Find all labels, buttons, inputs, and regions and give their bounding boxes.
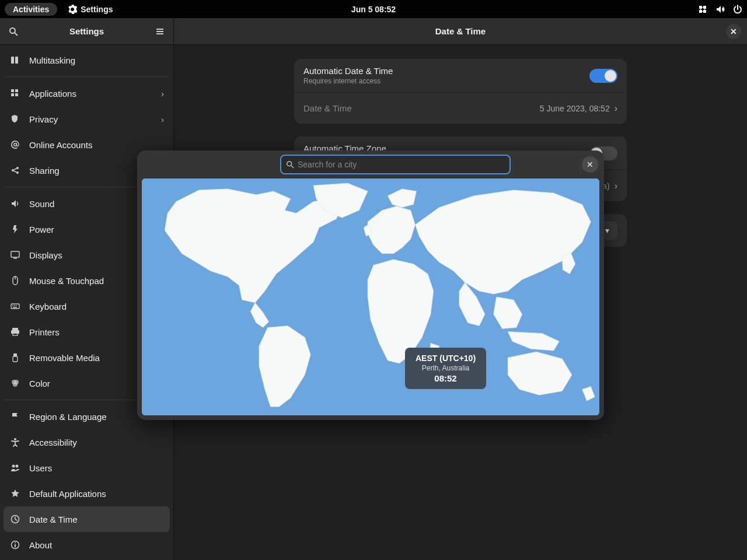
svg-rect-24 (13, 307, 17, 308)
sound-icon (9, 199, 21, 208)
svg-rect-23 (16, 305, 17, 306)
svg-line-14 (14, 169, 17, 170)
topbar-tray[interactable] (698, 5, 742, 14)
sidebar-item-date-time[interactable]: Date & Time (4, 506, 170, 532)
at-icon (9, 140, 21, 149)
svg-rect-9 (11, 93, 14, 96)
topbar: Activities Settings Jun 5 08:52 (0, 0, 747, 18)
chevron-down-icon: ▾ (605, 226, 609, 235)
svg-point-40 (287, 162, 292, 166)
sidebar-item-label: Power (29, 225, 54, 235)
sidebar-item-label: Color (29, 379, 50, 388)
svg-rect-6 (15, 57, 18, 64)
display-icon (9, 250, 21, 260)
city-search-field[interactable] (280, 155, 511, 174)
svg-rect-8 (15, 89, 18, 92)
privacy-icon (9, 114, 21, 124)
activities-button[interactable]: Activities (5, 3, 57, 16)
sidebar-item-label: Default Applications (29, 489, 106, 499)
city-search-input[interactable] (298, 160, 505, 169)
topbar-app-label: Settings (81, 5, 113, 14)
sidebar-item-label: Online Accounts (29, 140, 92, 150)
datetime-row[interactable]: Date & Time 5 June 2023, 08:52 › (294, 92, 627, 124)
gear-icon (68, 5, 77, 14)
sidebar-item-multitasking[interactable]: Multitasking (4, 47, 170, 73)
svg-point-39 (15, 542, 16, 544)
sidebar-item-label: About (29, 540, 52, 550)
apps-icon (9, 89, 21, 98)
window-close-button[interactable]: ✕ (726, 24, 741, 39)
svg-line-41 (291, 166, 294, 168)
info-icon (9, 540, 21, 550)
sidebar-item-applications[interactable]: Applications› (4, 80, 170, 106)
timezone-tooltip: AEST (UTC+10) Perth, Australia 08:52 (405, 348, 486, 389)
volume-icon (715, 5, 725, 14)
sidebar-item-label: Mouse & Touchpad (29, 276, 104, 286)
svg-point-35 (16, 465, 19, 468)
timezone-tooltip-time: 08:52 (416, 373, 476, 383)
svg-point-32 (13, 382, 18, 387)
content-header: Date & Time ✕ (174, 18, 747, 45)
svg-rect-21 (12, 305, 13, 306)
timezone-tooltip-location: Perth, Australia (416, 364, 476, 372)
svg-rect-25 (12, 328, 18, 330)
sidebar-item-default-apps[interactable]: Default Applications (4, 481, 170, 506)
timezone-popup-header: ✕ (137, 150, 604, 178)
sidebar-item-label: Printers (29, 327, 60, 337)
usb-icon (9, 353, 21, 362)
multitasking-icon (9, 55, 21, 65)
chevron-right-icon: › (615, 181, 617, 191)
sidebar-item-accessibility[interactable]: Accessibility (4, 429, 170, 455)
clock-icon (9, 514, 21, 524)
chevron-right-icon: › (615, 103, 617, 114)
svg-line-15 (14, 171, 17, 172)
sidebar-item-about[interactable]: About (4, 532, 170, 558)
sidebar-item-label: Keyboard (29, 302, 67, 312)
auto-datetime-row: Automatic Date & Time Requires internet … (294, 59, 627, 92)
datetime-label: Date & Time (303, 103, 540, 113)
sidebar-item-privacy[interactable]: Privacy› (4, 106, 170, 132)
svg-rect-7 (11, 89, 14, 92)
auto-datetime-label: Automatic Date & Time (303, 66, 589, 76)
page-title: Date & Time (435, 26, 486, 36)
topbar-clock[interactable]: Jun 5 08:52 (351, 5, 396, 14)
auto-datetime-sub: Requires internet access (303, 77, 589, 85)
svg-rect-2 (156, 29, 163, 30)
svg-line-1 (15, 33, 18, 36)
svg-rect-4 (156, 33, 163, 34)
svg-rect-16 (11, 251, 19, 257)
sidebar-item-users[interactable]: Users (4, 455, 170, 481)
sidebar-item-label: Removable Media (29, 353, 100, 363)
a11y-icon (9, 438, 21, 447)
topbar-app[interactable]: Settings (68, 5, 113, 14)
search-icon (9, 27, 18, 36)
power-icon (733, 5, 742, 14)
sidebar-item-label: Accessibility (29, 438, 77, 447)
svg-rect-3 (156, 31, 163, 32)
svg-rect-29 (13, 356, 18, 362)
sidebar-item-label: Date & Time (29, 514, 78, 524)
timezone-map[interactable]: AEST (UTC+10) Perth, Australia 08:52 (142, 178, 599, 415)
sidebar-item-label: Sharing (29, 166, 60, 176)
users-icon (9, 463, 21, 473)
auto-datetime-switch[interactable] (589, 69, 617, 83)
sidebar-title: Settings (21, 26, 152, 36)
svg-point-33 (14, 438, 16, 440)
menu-button[interactable] (152, 24, 167, 39)
svg-rect-17 (13, 258, 17, 259)
timezone-popup: ✕ (137, 150, 604, 420)
timezone-popup-close[interactable]: ✕ (582, 156, 598, 173)
sidebar-item-label: Sound (29, 199, 54, 209)
mouse-icon (9, 276, 21, 285)
svg-point-34 (12, 465, 15, 468)
svg-rect-28 (13, 354, 17, 356)
power-icon (9, 225, 21, 234)
svg-rect-5 (11, 57, 14, 64)
share-icon (9, 166, 21, 175)
sidebar-item-label: Region & Language (29, 412, 107, 422)
search-button[interactable] (6, 24, 21, 39)
svg-point-0 (10, 28, 15, 33)
star-icon (9, 489, 21, 498)
hamburger-icon (155, 27, 165, 36)
color-icon (9, 379, 21, 388)
